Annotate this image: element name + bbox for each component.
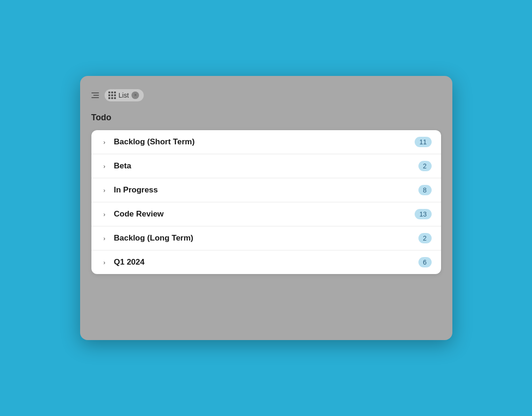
list-badge[interactable]: List × <box>105 89 144 101</box>
section-title: Todo <box>80 109 452 130</box>
chevron-right-icon: › <box>101 162 108 170</box>
item-label: In Progress <box>114 185 413 195</box>
list-item[interactable]: › Beta 2 <box>91 154 441 178</box>
list-item[interactable]: › Code Review 13 <box>91 202 441 226</box>
chevron-right-icon: › <box>101 210 108 218</box>
count-badge: 6 <box>418 257 432 267</box>
list-item[interactable]: › Backlog (Long Term) 2 <box>91 226 441 250</box>
item-label: Code Review <box>114 209 409 219</box>
count-badge: 13 <box>415 209 432 219</box>
chevron-right-icon: › <box>101 186 108 194</box>
count-badge: 2 <box>418 233 432 243</box>
item-label: Q1 2024 <box>114 258 413 267</box>
item-label: Backlog (Long Term) <box>114 233 413 243</box>
list-item[interactable]: › Backlog (Short Term) 11 <box>91 130 441 154</box>
chevron-right-icon: › <box>101 138 108 146</box>
close-icon[interactable]: × <box>131 92 139 99</box>
chevron-right-icon: › <box>101 234 108 242</box>
list-container: › Backlog (Short Term) 11 › Beta 2 › In … <box>91 130 441 274</box>
main-window: List × Todo › Backlog (Short Term) 11 › … <box>80 76 452 340</box>
item-label: Beta <box>114 161 413 171</box>
lines-icon[interactable] <box>91 92 99 98</box>
list-item[interactable]: › Q1 2024 6 <box>91 250 441 274</box>
list-item[interactable]: › In Progress 8 <box>91 178 441 202</box>
chevron-right-icon: › <box>101 258 108 266</box>
count-badge: 2 <box>418 161 432 171</box>
toolbar: List × <box>80 85 452 109</box>
count-badge: 8 <box>418 185 432 195</box>
list-badge-label: List <box>119 92 129 99</box>
count-badge: 11 <box>415 137 432 147</box>
grid-icon <box>108 92 116 99</box>
item-label: Backlog (Short Term) <box>114 137 409 147</box>
